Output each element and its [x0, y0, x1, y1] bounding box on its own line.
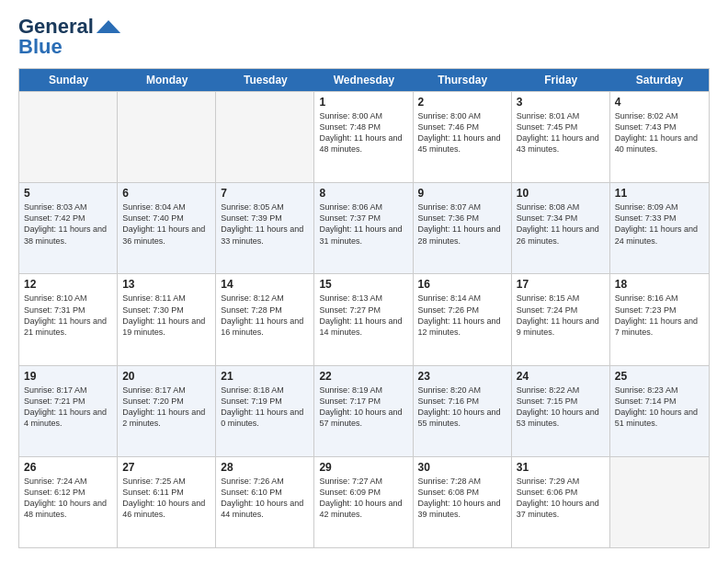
cell-info: Sunrise: 8:06 AMSunset: 7:37 PMDaylight:… — [319, 201, 407, 247]
calendar: SundayMondayTuesdayWednesdayThursdayFrid… — [18, 68, 710, 548]
cell-info: Sunrise: 8:15 AMSunset: 7:24 PMDaylight:… — [517, 293, 605, 338]
cal-cell-2-3: 7Sunrise: 8:05 AMSunset: 7:39 PMDaylight… — [216, 183, 314, 273]
cal-cell-5-4: 29Sunrise: 7:27 AMSunset: 6:09 PMDayligh… — [314, 457, 413, 547]
cell-info: Sunrise: 7:28 AMSunset: 6:08 PMDaylight:… — [418, 476, 506, 521]
cell-info: Sunrise: 8:14 AMSunset: 7:26 PMDaylight:… — [418, 293, 506, 338]
cell-info: Sunrise: 8:16 AMSunset: 7:23 PMDaylight:… — [615, 293, 704, 338]
cal-cell-3-5: 16Sunrise: 8:14 AMSunset: 7:26 PMDayligh… — [414, 274, 512, 364]
cal-cell-4-5: 23Sunrise: 8:20 AMSunset: 7:16 PMDayligh… — [414, 366, 512, 456]
cal-cell-1-1 — [19, 92, 118, 182]
cal-cell-2-7: 11Sunrise: 8:09 AMSunset: 7:33 PMDayligh… — [610, 183, 709, 273]
cell-info: Sunrise: 8:00 AMSunset: 7:48 PMDaylight:… — [319, 110, 407, 155]
logo-blue: Blue — [18, 35, 63, 59]
header: General Blue — [18, 15, 710, 59]
day-number: 23 — [418, 370, 506, 383]
cell-info: Sunrise: 8:02 AMSunset: 7:43 PMDaylight:… — [615, 110, 704, 155]
cell-info: Sunrise: 8:18 AMSunset: 7:19 PMDaylight:… — [221, 385, 309, 430]
day-number: 28 — [221, 461, 309, 474]
cal-cell-1-4: 1Sunrise: 8:00 AMSunset: 7:48 PMDaylight… — [314, 92, 413, 182]
cell-info: Sunrise: 7:24 AMSunset: 6:12 PMDaylight:… — [24, 476, 112, 521]
cell-info: Sunrise: 8:00 AMSunset: 7:46 PMDaylight:… — [418, 110, 506, 155]
day-number: 30 — [418, 461, 506, 474]
logo: General Blue — [18, 15, 121, 59]
cal-cell-3-2: 13Sunrise: 8:11 AMSunset: 7:30 PMDayligh… — [118, 274, 216, 364]
cell-info: Sunrise: 8:13 AMSunset: 7:27 PMDaylight:… — [319, 293, 407, 338]
day-header-friday: Friday — [512, 69, 610, 91]
cell-info: Sunrise: 7:29 AMSunset: 6:06 PMDaylight:… — [517, 476, 605, 521]
cal-cell-3-7: 18Sunrise: 8:16 AMSunset: 7:23 PMDayligh… — [610, 274, 709, 364]
day-number: 20 — [122, 370, 210, 383]
svg-marker-0 — [97, 20, 120, 33]
cell-info: Sunrise: 8:01 AMSunset: 7:45 PMDaylight:… — [517, 110, 605, 155]
calendar-header: SundayMondayTuesdayWednesdayThursdayFrid… — [19, 69, 709, 91]
cell-info: Sunrise: 7:26 AMSunset: 6:10 PMDaylight:… — [221, 476, 309, 521]
cell-info: Sunrise: 8:19 AMSunset: 7:17 PMDaylight:… — [319, 385, 407, 430]
calendar-row-5: 26Sunrise: 7:24 AMSunset: 6:12 PMDayligh… — [19, 456, 709, 547]
cal-cell-5-1: 26Sunrise: 7:24 AMSunset: 6:12 PMDayligh… — [19, 457, 118, 547]
cell-info: Sunrise: 8:04 AMSunset: 7:40 PMDaylight:… — [122, 201, 210, 247]
cal-cell-4-7: 25Sunrise: 8:23 AMSunset: 7:14 PMDayligh… — [610, 366, 709, 456]
day-number: 9 — [418, 187, 506, 200]
day-header-wednesday: Wednesday — [314, 69, 413, 91]
day-number: 15 — [319, 278, 407, 291]
day-number: 18 — [615, 278, 704, 291]
cell-info: Sunrise: 8:10 AMSunset: 7:31 PMDaylight:… — [24, 293, 112, 338]
cal-cell-1-5: 2Sunrise: 8:00 AMSunset: 7:46 PMDaylight… — [414, 92, 512, 182]
cal-cell-5-5: 30Sunrise: 7:28 AMSunset: 6:08 PMDayligh… — [414, 457, 512, 547]
day-number: 2 — [418, 96, 506, 109]
cell-info: Sunrise: 7:27 AMSunset: 6:09 PMDaylight:… — [319, 476, 407, 521]
cal-cell-1-7: 4Sunrise: 8:02 AMSunset: 7:43 PMDaylight… — [610, 92, 709, 182]
day-number: 7 — [221, 187, 309, 200]
day-number: 3 — [517, 96, 605, 109]
cal-cell-4-1: 19Sunrise: 8:17 AMSunset: 7:21 PMDayligh… — [19, 366, 118, 456]
day-number: 5 — [24, 187, 112, 200]
day-header-thursday: Thursday — [414, 69, 512, 91]
day-number: 10 — [517, 187, 605, 200]
cal-cell-1-2 — [118, 92, 216, 182]
cell-info: Sunrise: 8:17 AMSunset: 7:20 PMDaylight:… — [122, 385, 210, 430]
cal-cell-5-6: 31Sunrise: 7:29 AMSunset: 6:06 PMDayligh… — [512, 457, 610, 547]
cal-cell-4-4: 22Sunrise: 8:19 AMSunset: 7:17 PMDayligh… — [314, 366, 413, 456]
day-header-saturday: Saturday — [610, 69, 709, 91]
cell-info: Sunrise: 8:09 AMSunset: 7:33 PMDaylight:… — [615, 201, 704, 247]
logo-icon — [96, 20, 121, 33]
cell-info: Sunrise: 8:05 AMSunset: 7:39 PMDaylight:… — [221, 201, 309, 247]
day-number: 27 — [122, 461, 210, 474]
day-number: 13 — [122, 278, 210, 291]
calendar-row-3: 12Sunrise: 8:10 AMSunset: 7:31 PMDayligh… — [19, 273, 709, 364]
cal-cell-4-2: 20Sunrise: 8:17 AMSunset: 7:20 PMDayligh… — [118, 366, 216, 456]
cal-cell-3-1: 12Sunrise: 8:10 AMSunset: 7:31 PMDayligh… — [19, 274, 118, 364]
day-header-sunday: Sunday — [19, 69, 118, 91]
cal-cell-2-5: 9Sunrise: 8:07 AMSunset: 7:36 PMDaylight… — [414, 183, 512, 273]
cal-cell-5-7 — [610, 457, 709, 547]
day-number: 1 — [319, 96, 407, 109]
cal-cell-2-6: 10Sunrise: 8:08 AMSunset: 7:34 PMDayligh… — [512, 183, 610, 273]
cal-cell-4-3: 21Sunrise: 8:18 AMSunset: 7:19 PMDayligh… — [216, 366, 314, 456]
day-number: 26 — [24, 461, 112, 474]
cal-cell-5-3: 28Sunrise: 7:26 AMSunset: 6:10 PMDayligh… — [216, 457, 314, 547]
cal-cell-1-3 — [216, 92, 314, 182]
cell-info: Sunrise: 8:11 AMSunset: 7:30 PMDaylight:… — [122, 293, 210, 338]
cal-cell-4-6: 24Sunrise: 8:22 AMSunset: 7:15 PMDayligh… — [512, 366, 610, 456]
day-number: 31 — [517, 461, 605, 474]
cal-cell-2-1: 5Sunrise: 8:03 AMSunset: 7:42 PMDaylight… — [19, 183, 118, 273]
day-header-tuesday: Tuesday — [216, 69, 314, 91]
cell-info: Sunrise: 8:20 AMSunset: 7:16 PMDaylight:… — [418, 385, 506, 430]
cal-cell-3-6: 17Sunrise: 8:15 AMSunset: 7:24 PMDayligh… — [512, 274, 610, 364]
calendar-row-1: 1Sunrise: 8:00 AMSunset: 7:48 PMDaylight… — [19, 91, 709, 182]
day-number: 19 — [24, 370, 112, 383]
day-header-monday: Monday — [118, 69, 216, 91]
day-number: 8 — [319, 187, 407, 200]
day-number: 4 — [615, 96, 704, 109]
cell-info: Sunrise: 8:07 AMSunset: 7:36 PMDaylight:… — [418, 201, 506, 247]
cal-cell-2-4: 8Sunrise: 8:06 AMSunset: 7:37 PMDaylight… — [314, 183, 413, 273]
day-number: 22 — [319, 370, 407, 383]
cell-info: Sunrise: 8:03 AMSunset: 7:42 PMDaylight:… — [24, 201, 112, 247]
cal-cell-5-2: 27Sunrise: 7:25 AMSunset: 6:11 PMDayligh… — [118, 457, 216, 547]
calendar-row-4: 19Sunrise: 8:17 AMSunset: 7:21 PMDayligh… — [19, 365, 709, 456]
cal-cell-3-4: 15Sunrise: 8:13 AMSunset: 7:27 PMDayligh… — [314, 274, 413, 364]
day-number: 29 — [319, 461, 407, 474]
calendar-body: 1Sunrise: 8:00 AMSunset: 7:48 PMDaylight… — [19, 91, 709, 547]
day-number: 24 — [517, 370, 605, 383]
cal-cell-2-2: 6Sunrise: 8:04 AMSunset: 7:40 PMDaylight… — [118, 183, 216, 273]
